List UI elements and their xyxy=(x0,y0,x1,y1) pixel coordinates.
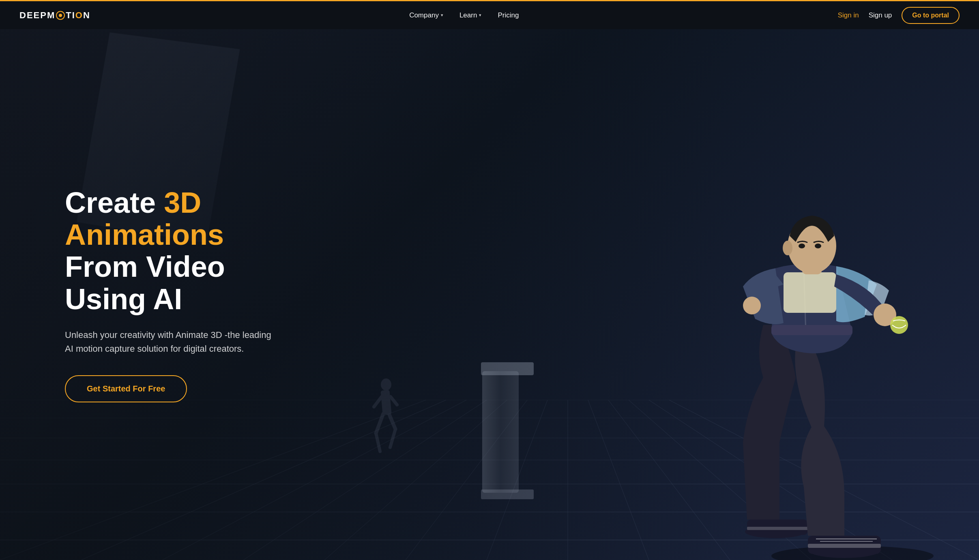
nav-item-pricing[interactable]: Pricing xyxy=(498,11,519,19)
chevron-down-icon: ▾ xyxy=(441,13,443,18)
nav-item-learn[interactable]: Learn ▾ xyxy=(459,11,481,19)
nav-center: Company ▾ Learn ▾ Pricing xyxy=(409,11,519,19)
nav-right: Sign in Sign up Go to portal xyxy=(838,7,960,24)
go-to-portal-button[interactable]: Go to portal xyxy=(902,7,960,24)
chevron-down-icon: ▾ xyxy=(479,13,481,18)
logo[interactable]: DEEPM TI O N xyxy=(19,10,90,21)
main-nav: DEEPM TI O N Company ▾ Learn ▾ Pricing S… xyxy=(0,0,979,29)
hero-section: Create 3D Animations From Video Using AI… xyxy=(0,0,979,560)
get-started-button[interactable]: Get Started For Free xyxy=(65,375,187,402)
logo-circle-icon xyxy=(56,11,65,20)
hero-subtext: Unleash your creativity with Animate 3D … xyxy=(65,328,276,356)
hero-headline: Create 3D Animations From Video Using AI xyxy=(65,187,276,315)
logo-text: DEEPM TI O N xyxy=(19,10,90,21)
nav-item-company[interactable]: Company ▾ xyxy=(409,11,443,19)
hero-content: Create 3D Animations From Video Using AI… xyxy=(0,158,276,402)
sign-up-link[interactable]: Sign up xyxy=(869,11,892,19)
sign-in-link[interactable]: Sign in xyxy=(838,11,859,19)
